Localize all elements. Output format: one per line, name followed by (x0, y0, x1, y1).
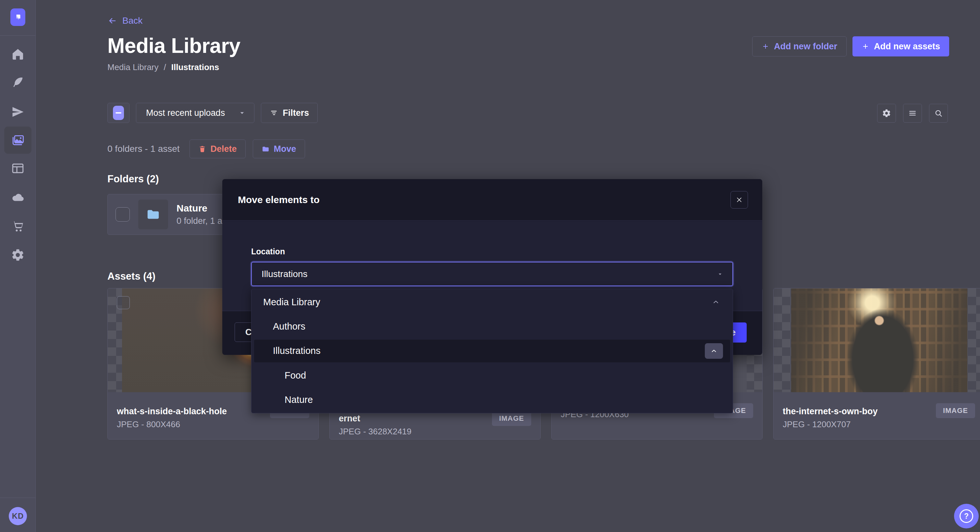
close-icon (735, 196, 743, 204)
location-value: Illustrations (262, 269, 308, 279)
option-nature[interactable]: Nature (251, 389, 733, 411)
option-illustrations[interactable]: Illustrations (254, 340, 730, 362)
option-label: Media Library (263, 297, 320, 308)
collapse-toggle-button[interactable] (705, 343, 723, 359)
modal-title: Move elements to (238, 194, 320, 205)
option-authors[interactable]: Authors (251, 315, 733, 338)
option-label: Illustrations (273, 345, 321, 356)
question-mark-icon: ? (959, 509, 973, 523)
chevron-up-icon (710, 348, 718, 354)
modal-header: Move elements to (222, 179, 762, 221)
option-media-library[interactable]: Media Library (251, 291, 733, 313)
caret-down-icon (717, 271, 723, 277)
location-combobox[interactable]: Illustrations (251, 262, 733, 286)
location-label: Location (251, 247, 285, 256)
option-label: Food (285, 370, 306, 381)
chevron-up-icon[interactable] (712, 298, 720, 306)
option-label: Authors (273, 321, 305, 332)
option-food[interactable]: Food (251, 364, 733, 387)
close-button[interactable] (730, 191, 748, 209)
location-dropdown: Media Library Authors Illustrations Food… (251, 289, 733, 413)
option-label: Nature (285, 394, 313, 405)
help-button[interactable]: ? (954, 504, 979, 529)
